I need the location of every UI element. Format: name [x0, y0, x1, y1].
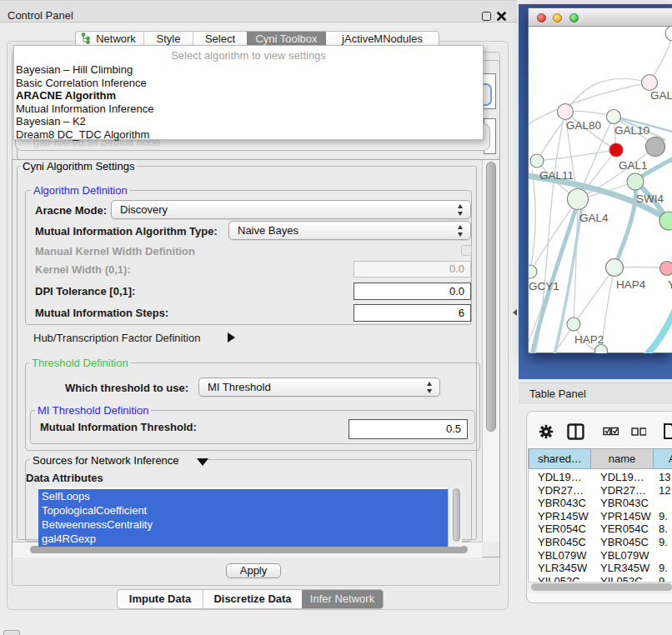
svg-text:GCY1: GCY1 — [529, 280, 559, 292]
svg-text:HAP2: HAP2 — [574, 333, 604, 346]
svg-text:GAL10: GAL10 — [614, 124, 649, 137]
svg-text:GAL80: GAL80 — [566, 119, 601, 132]
svg-text:GAL: GAL — [650, 89, 672, 102]
svg-text:HAP4: HAP4 — [616, 278, 646, 291]
svg-text:SWI4: SWI4 — [636, 192, 664, 205]
svg-text:GAL11: GAL11 — [539, 169, 574, 182]
svg-text:GAL1: GAL1 — [619, 159, 648, 172]
svg-text:GAL4: GAL4 — [579, 212, 609, 224]
svg-text:Y: Y — [668, 278, 672, 291]
